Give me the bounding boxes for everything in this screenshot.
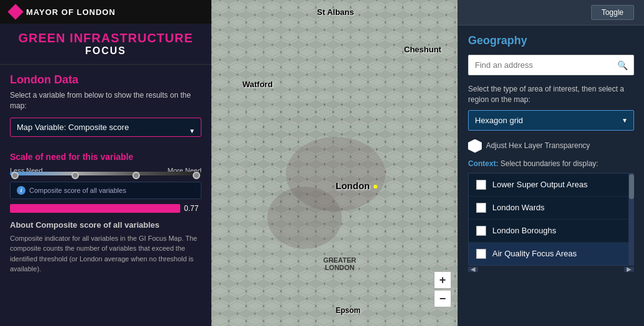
boundary-item-wards[interactable]: London Wards: [469, 197, 628, 220]
toggle-button[interactable]: Toggle: [591, 5, 634, 20]
boundary-item-boroughs[interactable]: London Boroughs: [469, 220, 628, 243]
boundaries-list: Lower Super Output Areas London Wards Lo…: [468, 173, 629, 266]
about-title: About Composite score of all variables: [10, 220, 201, 230]
hex-icon: [468, 139, 482, 153]
map-variable-select-wrapper[interactable]: Map Variable: Composite score: [10, 118, 201, 144]
scale-dot-4: [193, 172, 200, 179]
svg-point-8: [267, 187, 342, 249]
geography-title: Geography: [468, 34, 634, 47]
about-text: Composite indicator for all variables in…: [10, 233, 201, 274]
london-data-title: London Data: [10, 73, 201, 86]
scale-dots: [10, 172, 201, 179]
zoom-in-button[interactable]: +: [434, 271, 451, 289]
search-icon: 🔍: [617, 60, 628, 70]
zoom-controls: + −: [434, 271, 451, 307]
scale-dot-1: [11, 172, 19, 179]
search-box: 🔍: [468, 55, 634, 75]
scale-title: Scale of need for this variable: [10, 152, 201, 162]
score-bar: [10, 204, 180, 213]
toggle-bar: Toggle: [458, 0, 644, 26]
lsoa-label: Lower Super Output Areas: [492, 180, 587, 189]
address-search-input[interactable]: [468, 55, 634, 75]
mayor-header: MAYOR OF LONDON: [0, 0, 211, 24]
mayor-logo-text: MAYOR OF LONDON: [26, 7, 116, 17]
wards-checkbox[interactable]: [476, 203, 486, 213]
context-list-wrapper: Lower Super Output Areas London Wards Lo…: [468, 173, 634, 266]
map-container[interactable]: St Albans Cheshunt Watford London GREATE…: [211, 0, 458, 326]
area-select-label: Select the type of area of interest, the…: [468, 84, 634, 105]
air-quality-checkbox[interactable]: [476, 249, 486, 259]
hex-transparency-label: Adjust Hex Layer Transparency: [468, 139, 634, 153]
mayor-logo: MAYOR OF LONDON: [10, 6, 116, 17]
score-bar-row: 0.77: [10, 204, 201, 213]
boundary-item-lsoa[interactable]: Lower Super Output Areas: [469, 174, 628, 197]
right-panel-content: Geography 🔍 Select the type of area of i…: [458, 26, 644, 326]
mayor-diamond-icon: [7, 4, 23, 19]
app-title-main: GREEN INFRASTRUCTURE: [10, 31, 201, 45]
zoom-out-button[interactable]: −: [434, 290, 451, 307]
map-variable-select[interactable]: Map Variable: Composite score: [10, 118, 201, 137]
vertical-scrollbar[interactable]: [629, 173, 634, 266]
context-label: Context: Select boundaries for display:: [468, 159, 634, 168]
score-value: 0.77: [184, 204, 201, 213]
air-quality-label: Air Quality Focus Areas: [492, 249, 577, 258]
scroll-left-arrow[interactable]: ◀: [468, 266, 478, 272]
boroughs-label: London Boroughs: [492, 226, 556, 235]
area-type-select[interactable]: Hexagon grid London Boroughs London Ward…: [468, 110, 634, 131]
app-title-sub: FOCUS: [10, 45, 201, 57]
scale-dot-2: [71, 172, 79, 179]
scale-dot-3: [132, 172, 140, 179]
scroll-right-arrow[interactable]: ▶: [624, 266, 634, 272]
app-title-block: GREEN INFRASTRUCTURE FOCUS: [0, 24, 211, 65]
map-background: St Albans Cheshunt Watford London GREATE…: [211, 0, 458, 326]
horizontal-scrollbar[interactable]: ◀ ▶: [468, 267, 634, 272]
area-select-wrapper[interactable]: Hexagon grid London Boroughs London Ward…: [468, 110, 634, 131]
left-sidebar: MAYOR OF LONDON GREEN INFRASTRUCTURE FOC…: [0, 0, 211, 326]
right-panel: Toggle Geography 🔍 Select the type of ar…: [458, 0, 644, 326]
boroughs-checkbox[interactable]: [476, 226, 486, 236]
info-icon: i: [17, 186, 25, 195]
scroll-thumb[interactable]: [629, 174, 634, 199]
scale-track: [10, 172, 201, 175]
composite-info-text: Composite score of all variables: [29, 187, 126, 194]
boundary-item-air-quality[interactable]: Air Quality Focus Areas: [469, 243, 628, 265]
composite-info: i Composite score of all variables: [10, 182, 201, 199]
sidebar-description: Select a variable from below to show the…: [10, 90, 201, 111]
wards-label: London Wards: [492, 203, 545, 212]
sidebar-content: London Data Select a variable from below…: [0, 65, 211, 326]
lsoa-checkbox[interactable]: [476, 180, 486, 190]
